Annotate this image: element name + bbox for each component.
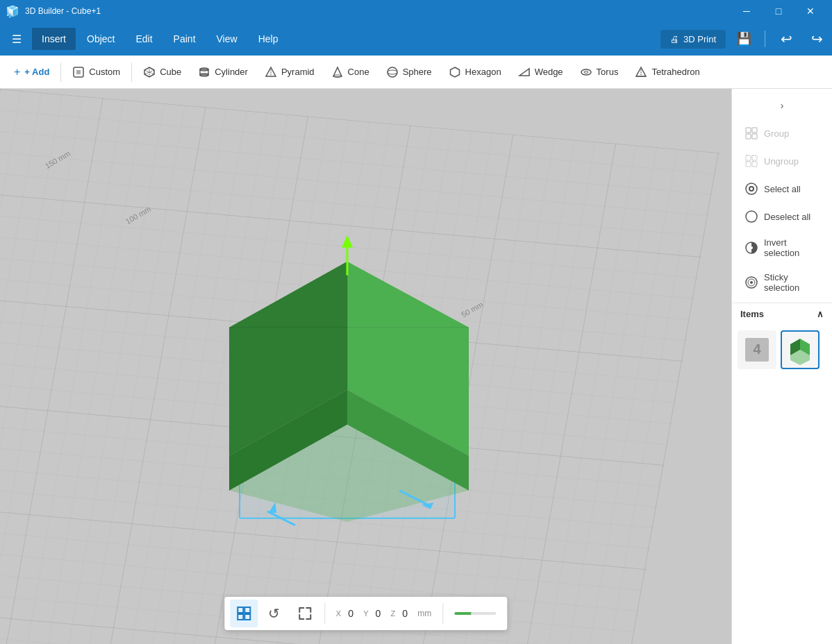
- shape-wedge[interactable]: Wedge: [510, 62, 572, 83]
- svg-rect-42: [752, 128, 757, 133]
- sphere-label: Sphere: [403, 67, 432, 77]
- menu-item-paint[interactable]: Paint: [164, 28, 206, 50]
- menubar: ☰ Insert Object Edit Paint View Help 🖨 3…: [0, 22, 832, 56]
- tetrahedron-label: Tetrahedron: [651, 67, 699, 77]
- progress-fill: [454, 612, 471, 615]
- group-icon: [744, 126, 758, 140]
- resize-icon: [297, 606, 313, 621]
- print-button[interactable]: 🖨 3D Print: [660, 30, 726, 49]
- bottom-divider-2: [442, 603, 443, 624]
- cone-icon: [331, 66, 344, 78]
- invert-selection-button[interactable]: Invert selection: [735, 230, 829, 265]
- svg-text:4: 4: [753, 341, 761, 357]
- menu-item-insert[interactable]: Insert: [32, 28, 76, 50]
- menu-item-help[interactable]: Help: [249, 28, 288, 50]
- shape-hexagon[interactable]: Hexagon: [440, 62, 510, 83]
- add-button[interactable]: + + Add: [6, 62, 58, 83]
- resize-button[interactable]: [291, 600, 319, 627]
- cylinder-label: Cylinder: [215, 67, 248, 77]
- hamburger-menu[interactable]: ☰: [3, 25, 31, 53]
- group-button[interactable]: Group: [735, 119, 829, 147]
- svg-rect-43: [746, 134, 751, 139]
- unit-label: mm: [417, 609, 431, 618]
- item-thumb-1[interactable]: 4: [738, 330, 776, 369]
- deselect-all-label: Deselect all: [764, 212, 810, 222]
- select-all-button[interactable]: Select all: [735, 175, 829, 203]
- cube-svg: [198, 220, 504, 539]
- shape-custom[interactable]: Custom: [64, 62, 128, 83]
- svg-point-52: [746, 211, 757, 222]
- wedge-label: Wedge: [535, 67, 563, 77]
- progress-bar: [454, 612, 496, 615]
- shape-cylinder[interactable]: Cylinder: [190, 62, 256, 83]
- svg-rect-45: [746, 155, 751, 160]
- select-all-label: Select all: [764, 184, 801, 194]
- hexagon-label: Hexagon: [465, 67, 501, 77]
- pyramid-icon: [265, 66, 277, 78]
- shape-cube[interactable]: Cube: [135, 62, 190, 83]
- print-label: 3D Print: [683, 34, 716, 44]
- save-button[interactable]: 💾: [731, 26, 756, 51]
- x-value: 0: [344, 608, 358, 619]
- titlebar-controls: ─ □ ✕: [731, 0, 826, 22]
- redo-button[interactable]: ↪: [804, 26, 829, 51]
- shape-pyramid[interactable]: Pyramid: [256, 62, 323, 83]
- collapse-icon: ›: [781, 100, 784, 111]
- save-icon: 💾: [736, 31, 751, 46]
- shape-sphere[interactable]: Sphere: [378, 62, 440, 83]
- menu-divider: [765, 31, 765, 47]
- item-thumb-2[interactable]: [781, 330, 819, 369]
- coord-y: Y 0: [363, 608, 385, 619]
- svg-point-10: [333, 75, 342, 77]
- item-2-preview: [785, 334, 815, 365]
- invert-selection-icon: [744, 241, 758, 255]
- shape-tetrahedron[interactable]: Tetrahedron: [626, 62, 708, 83]
- deselect-all-button[interactable]: Deselect all: [735, 203, 829, 230]
- snap-button[interactable]: [230, 600, 258, 627]
- sticky-selection-button[interactable]: Sticky selection: [735, 265, 829, 300]
- viewport[interactable]: 150 mm 100 mm 50 mm: [0, 89, 731, 644]
- deselect-all-icon: [744, 210, 758, 223]
- svg-marker-31: [342, 235, 353, 248]
- sticky-selection-label: Sticky selection: [764, 272, 819, 293]
- cube-3d[interactable]: [198, 220, 504, 525]
- undo-bottom-icon: ↺: [268, 605, 280, 622]
- svg-rect-39: [238, 614, 243, 620]
- cone-label: Cone: [348, 67, 369, 77]
- svg-rect-41: [746, 128, 751, 133]
- sphere-icon: [386, 66, 399, 78]
- ungroup-button[interactable]: Ungroup: [735, 147, 829, 175]
- z-label: Z: [390, 609, 395, 618]
- add-icon: +: [14, 66, 20, 78]
- cube-label: Cube: [160, 67, 181, 77]
- torus-icon: [580, 66, 592, 78]
- bottom-toolbar: ↺ X 0 Y 0: [224, 597, 507, 630]
- minimize-button[interactable]: ─: [731, 0, 763, 22]
- collapse-panel-button[interactable]: ›: [771, 94, 793, 117]
- select-all-icon: [744, 182, 758, 196]
- menu-item-edit[interactable]: Edit: [126, 28, 162, 50]
- undo-bottom-button[interactable]: ↺: [260, 600, 288, 627]
- svg-marker-14: [519, 69, 529, 76]
- shape-torus[interactable]: Torus: [572, 62, 627, 83]
- svg-rect-40: [244, 614, 250, 620]
- progress-container: [449, 612, 501, 615]
- sticky-selection-icon: [744, 276, 758, 289]
- items-collapse-icon[interactable]: ∧: [817, 309, 824, 319]
- shape-cone[interactable]: Cone: [323, 62, 378, 83]
- menu-item-object[interactable]: Object: [77, 28, 124, 50]
- maximize-button[interactable]: □: [763, 0, 794, 22]
- group-label: Group: [764, 128, 789, 139]
- toolbar-divider-2: [131, 62, 132, 82]
- y-label: Y: [363, 609, 368, 618]
- titlebar: 🧊 3D Builder - Cube+1 ─ □ ✕: [0, 0, 832, 22]
- ungroup-icon: [744, 154, 758, 168]
- cylinder-icon: [198, 66, 210, 78]
- svg-rect-38: [244, 607, 250, 613]
- undo-button[interactable]: ↩: [774, 26, 799, 51]
- wedge-icon: [518, 66, 531, 78]
- bottom-divider: [324, 603, 325, 624]
- cube-icon: [143, 66, 156, 78]
- menu-item-view[interactable]: View: [207, 28, 247, 50]
- close-button[interactable]: ✕: [794, 0, 826, 22]
